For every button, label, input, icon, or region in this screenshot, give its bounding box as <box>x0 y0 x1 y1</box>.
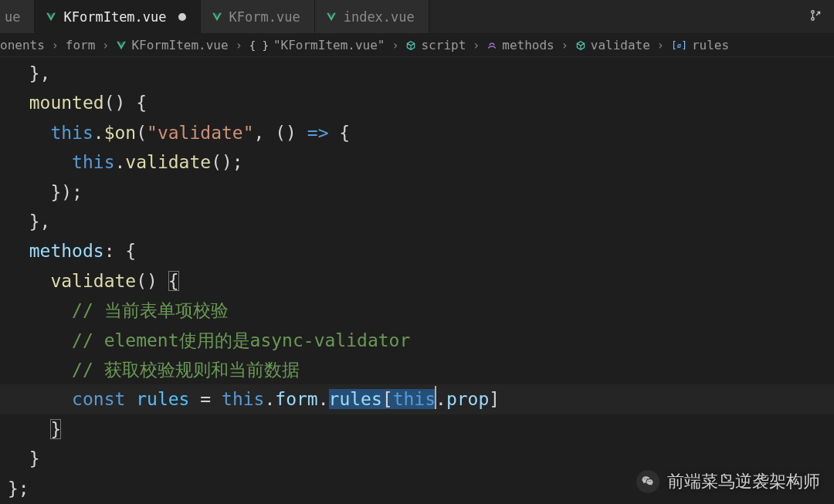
breadcrumb-item[interactable]: methods <box>483 38 557 52</box>
chevron-right-icon: › <box>233 39 245 52</box>
vue-file-icon <box>326 12 337 22</box>
tab-label: index.vue <box>344 9 415 25</box>
chevron-right-icon: › <box>559 39 571 52</box>
breadcrumb-item[interactable]: [ø] rules <box>668 38 732 52</box>
code-editor[interactable]: }, mounted() { this.$on("validate", () =… <box>0 57 834 504</box>
tab-kform[interactable]: KForm.vue <box>201 0 315 33</box>
breadcrumb-item[interactable]: validate <box>572 38 653 52</box>
breadcrumb-item[interactable]: { } "KFormItem.vue" <box>246 38 388 52</box>
symbol-constant-icon: [ø] <box>671 39 687 51</box>
symbol-module-icon <box>575 40 586 51</box>
watermark-text: 前端菜鸟逆袭架构师 <box>667 470 820 493</box>
editor-tabs: ue KFormItem.vue KForm.vue index.vue <box>0 0 834 34</box>
text-cursor <box>435 386 436 409</box>
dirty-indicator-icon <box>178 13 186 21</box>
svg-point-0 <box>812 10 814 12</box>
tab-file-partial[interactable]: ue <box>0 0 35 33</box>
wechat-icon <box>636 470 659 493</box>
vue-file-icon <box>212 12 222 22</box>
breadcrumb-item[interactable]: KFormItem.vue <box>113 38 231 52</box>
chevron-right-icon: › <box>100 39 111 52</box>
breadcrumb-item[interactable]: script <box>402 38 469 52</box>
watermark: 前端菜鸟逆袭架构师 <box>636 470 820 493</box>
vue-file-icon <box>46 12 56 22</box>
chevron-right-icon: › <box>470 39 482 52</box>
code-content: }, mounted() { this.$on("validate", () =… <box>8 59 834 503</box>
symbol-method-icon <box>486 40 497 51</box>
tab-actions <box>809 0 834 33</box>
breadcrumb-item[interactable]: onents <box>0 38 48 52</box>
chevron-right-icon: › <box>49 39 61 52</box>
compare-changes-icon[interactable] <box>809 8 823 25</box>
breadcrumb-item[interactable]: form <box>63 38 99 52</box>
tab-label: KFormItem.vue <box>63 9 166 25</box>
tab-kformitem[interactable]: KFormItem.vue <box>35 0 200 33</box>
symbol-namespace-icon: { } <box>249 39 269 52</box>
svg-point-1 <box>812 17 814 19</box>
chevron-right-icon: › <box>655 39 666 52</box>
vue-file-icon <box>116 40 127 51</box>
tab-label: KForm.vue <box>229 9 300 25</box>
breadcrumb: onents › form › KFormItem.vue › { } "KFo… <box>0 34 834 57</box>
tab-label: ue <box>5 9 20 25</box>
tab-index[interactable]: index.vue <box>315 0 429 33</box>
chevron-right-icon: › <box>389 39 401 52</box>
symbol-module-icon <box>405 40 416 51</box>
